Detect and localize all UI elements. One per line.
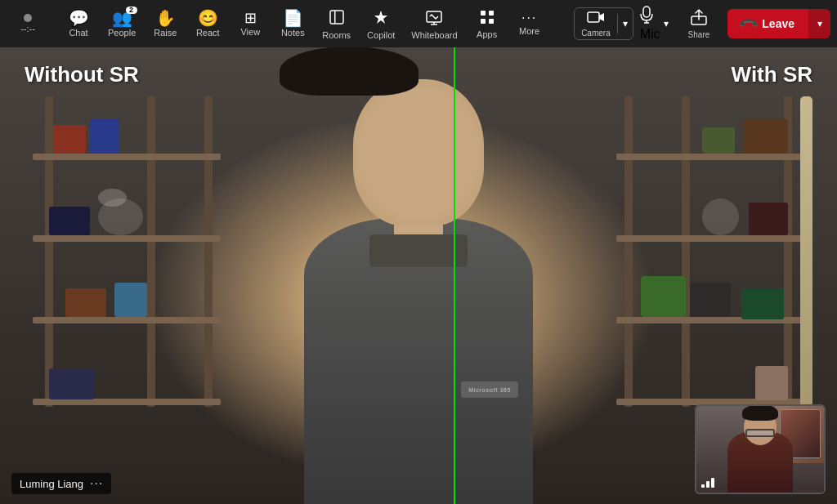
status-dot — [24, 14, 32, 22]
speaker-hair — [280, 47, 418, 96]
svg-rect-9 — [588, 12, 599, 22]
rooms-icon — [328, 8, 346, 29]
copilot-icon — [372, 8, 390, 29]
raise-icon: ✋ — [155, 10, 176, 26]
svg-rect-6 — [489, 11, 494, 16]
speaker-face — [353, 79, 484, 226]
chat-icon: 💬 — [69, 10, 89, 26]
rooms-label: Rooms — [322, 30, 351, 40]
leave-button[interactable]: 📞 Leave — [727, 9, 808, 38]
whiteboard-label: Whiteboard — [411, 30, 457, 40]
camera-icon — [587, 10, 605, 29]
share-icon — [690, 8, 708, 30]
leave-dropdown-arrow: ▾ — [817, 18, 822, 29]
notes-button[interactable]: 📄 Notes — [271, 3, 314, 44]
svg-rect-8 — [489, 19, 494, 24]
shirt-logo-text: Microsoft 365 — [468, 387, 511, 393]
mic-button[interactable]: Mic — [640, 6, 660, 42]
share-button[interactable]: Share — [678, 7, 720, 40]
view-button[interactable]: ⊞ View — [229, 3, 271, 44]
share-label: Share — [688, 30, 710, 39]
raise-button[interactable]: ✋ Raise — [144, 3, 186, 44]
camera-group: Camera ▾ — [574, 7, 633, 40]
apps-label: Apps — [477, 29, 497, 39]
camera-dropdown-arrow[interactable]: ▾ — [618, 8, 633, 39]
view-label: View — [240, 27, 260, 37]
camera-button[interactable]: Camera — [575, 8, 617, 39]
green-divider-line — [454, 47, 455, 504]
svg-rect-10 — [643, 7, 650, 17]
time-status: --:-- — [7, 14, 49, 33]
people-icon: 👥 2 — [112, 10, 132, 26]
svg-rect-0 — [330, 11, 343, 24]
react-label: React — [196, 28, 220, 38]
speaker-name: Luming Liang — [20, 478, 83, 490]
react-icon: 😊 — [198, 10, 218, 26]
thumb-person-hair — [742, 404, 778, 421]
raise-label: Raise — [154, 28, 177, 38]
apps-button[interactable]: Apps — [466, 3, 508, 44]
leave-dropdown-button[interactable]: ▾ — [808, 9, 830, 38]
svg-rect-5 — [481, 11, 486, 16]
speaker-body: Microsoft 365 — [263, 153, 574, 504]
copilot-label: Copilot — [367, 30, 395, 40]
chat-label: Chat — [69, 28, 87, 38]
notes-icon: 📄 — [283, 10, 303, 26]
without-sr-label: Without SR — [25, 62, 139, 87]
svg-rect-7 — [481, 19, 486, 24]
whiteboard-icon — [425, 8, 443, 29]
more-button[interactable]: ··· More — [508, 3, 551, 44]
signal-bar-2 — [706, 481, 709, 488]
leave-label: Leave — [762, 17, 794, 30]
people-badge: 2 — [126, 7, 137, 14]
people-button[interactable]: 👥 2 People — [100, 3, 144, 44]
speaker-name-tag: Luming Liang ··· — [11, 473, 111, 494]
react-button[interactable]: 😊 React — [186, 3, 229, 44]
chat-button[interactable]: 💬 Chat — [57, 3, 100, 44]
mic-label: Mic — [640, 27, 660, 41]
with-sr-label: With SR — [732, 62, 812, 87]
mic-group: Mic ▾ — [640, 7, 672, 40]
signal-indicator — [701, 476, 718, 488]
speaker-options[interactable]: ··· — [90, 476, 103, 491]
camera-label: Camera — [581, 29, 611, 38]
shirt-logo: Microsoft 365 — [461, 381, 518, 398]
notes-label: Notes — [281, 28, 305, 38]
more-label: More — [519, 26, 539, 36]
leave-group: 📞 Leave ▾ — [727, 9, 830, 38]
mic-dropdown-arrow[interactable]: ▾ — [660, 18, 672, 29]
copilot-button[interactable]: Copilot — [359, 3, 403, 44]
main-video: Microsoft 365 Without SR With SR Luming … — [0, 47, 837, 504]
rooms-button[interactable]: Rooms — [314, 3, 359, 44]
leave-phone-icon: 📞 — [738, 12, 761, 35]
view-icon: ⊞ — [244, 11, 257, 25]
svg-rect-1 — [334, 11, 336, 24]
toolbar: --:-- 💬 Chat 👥 2 People ✋ Raise 😊 React … — [0, 0, 837, 47]
video-area: Microsoft 365 Without SR With SR Luming … — [0, 47, 837, 504]
apps-icon — [479, 9, 495, 28]
more-icon: ··· — [521, 11, 537, 25]
participant-thumbnail — [695, 404, 826, 494]
signal-bar-3 — [711, 478, 714, 488]
signal-bar-1 — [701, 484, 705, 488]
thumb-glasses — [745, 429, 775, 437]
time-display: --:-- — [20, 24, 35, 33]
whiteboard-button[interactable]: Whiteboard — [403, 3, 465, 44]
mic-icon — [640, 6, 660, 27]
people-label: People — [108, 28, 136, 38]
